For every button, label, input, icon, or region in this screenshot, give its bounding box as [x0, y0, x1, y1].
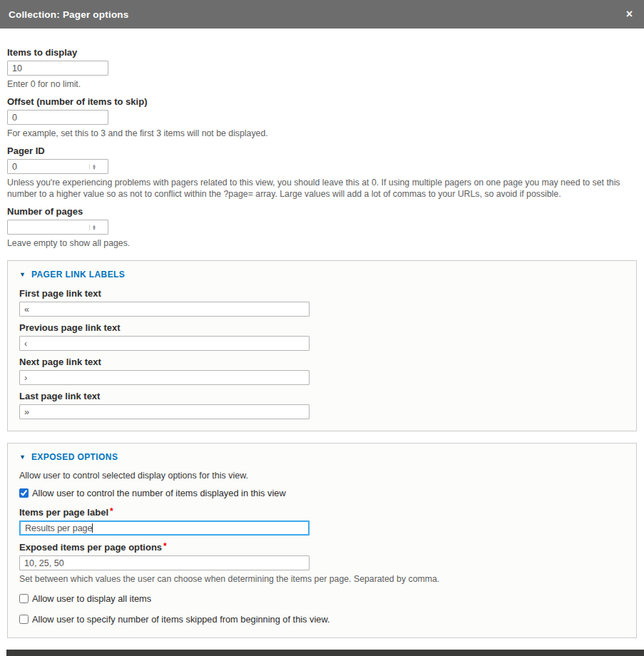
previous-page-link-text-field: Previous page link text — [19, 322, 625, 351]
control-number-of-items-checkbox[interactable] — [19, 488, 29, 498]
number-of-pages-label: Number of pages — [7, 206, 637, 217]
skip-items-checkbox-label: Allow user to specify number of items sk… — [32, 614, 330, 625]
dialog-title: Collection: Pager options — [9, 9, 129, 20]
previous-page-link-text-input[interactable] — [19, 336, 310, 351]
first-page-link-text-field: First page link text — [19, 288, 625, 317]
first-page-link-text-input[interactable] — [19, 302, 310, 317]
previous-page-link-text-label: Previous page link text — [19, 322, 625, 333]
dialog-body: Items to display Enter 0 for no limit. O… — [0, 29, 644, 656]
exposed-options-legend[interactable]: ▼ EXPOSED OPTIONS — [19, 452, 625, 462]
items-per-page-label-input[interactable] — [19, 521, 310, 535]
offset-field: Offset (number of items to skip) For exa… — [7, 96, 637, 139]
last-page-link-text-field: Last page link text — [19, 391, 625, 419]
exposed-items-per-page-options-description: Set between which values the user can ch… — [19, 573, 625, 585]
offset-input[interactable] — [7, 110, 108, 125]
pager-id-field: Pager ID ▲▼ Unless you're experiencing p… — [7, 145, 637, 200]
number-of-pages-field: Number of pages ▲▼ Leave empty to show a… — [7, 206, 637, 249]
display-all-items-checkbox[interactable] — [19, 594, 29, 603]
display-all-items-checkbox-row[interactable]: Allow user to display all items — [19, 593, 625, 604]
items-to-display-description: Enter 0 for no limit. — [7, 78, 635, 90]
exposed-items-per-page-options-input[interactable] — [19, 555, 310, 570]
items-to-display-input[interactable] — [7, 61, 108, 76]
exposed-items-per-page-options-field: Exposed items per page options* Set betw… — [19, 541, 625, 585]
collapse-arrow-icon: ▼ — [19, 453, 26, 461]
offset-description: For example, set this to 3 and the first… — [7, 128, 635, 139]
collapse-arrow-icon: ▼ — [19, 271, 26, 278]
exposed-items-per-page-options-label: Exposed items per page options* — [19, 541, 625, 553]
items-per-page-label-label: Items per page label* — [19, 506, 625, 518]
display-all-items-checkbox-label: Allow user to display all items — [32, 593, 151, 604]
required-marker: * — [110, 506, 113, 516]
first-page-link-text-label: First page link text — [19, 288, 625, 299]
pager-options-dialog: Collection: Pager options × Items to dis… — [0, 0, 644, 656]
items-to-display-field: Items to display Enter 0 for no limit. — [7, 47, 637, 90]
control-number-of-items-checkbox-label: Allow user to control the number of item… — [32, 488, 286, 498]
number-of-pages-description: Leave empty to show all pages. — [7, 237, 635, 249]
skip-items-checkbox-row[interactable]: Allow user to specify number of items sk… — [19, 614, 625, 625]
exposed-options-intro: Allow user to control selected display o… — [19, 471, 625, 481]
exposed-options-legend-text: EXPOSED OPTIONS — [31, 452, 118, 462]
pager-link-labels-legend[interactable]: ▼ PAGER LINK LABELS — [19, 270, 625, 280]
last-page-link-text-input[interactable] — [19, 404, 310, 419]
pager-link-labels-fieldset: ▼ PAGER LINK LABELS First page link text… — [7, 260, 637, 431]
pager-link-labels-legend-text: PAGER LINK LABELS — [31, 270, 125, 280]
page-background-strip — [6, 650, 644, 656]
offset-label: Offset (number of items to skip) — [7, 96, 637, 107]
dialog-header[interactable]: Collection: Pager options × — [0, 0, 644, 29]
text-cursor — [92, 523, 93, 533]
items-per-page-label-field: Items per page label* — [19, 506, 625, 535]
close-icon[interactable]: × — [623, 7, 635, 21]
skip-items-checkbox[interactable] — [19, 615, 29, 624]
exposed-options-fieldset: ▼ EXPOSED OPTIONS Allow user to control … — [7, 443, 637, 638]
number-spinner-icon[interactable]: ▲▼ — [89, 164, 96, 170]
next-page-link-text-field: Next page link text — [19, 357, 625, 385]
required-marker: * — [163, 541, 167, 551]
pager-id-description: Unless you're experiencing problems with… — [7, 177, 635, 200]
number-spinner-icon[interactable]: ▲▼ — [89, 225, 96, 230]
items-to-display-label: Items to display — [7, 47, 637, 58]
next-page-link-text-label: Next page link text — [19, 357, 625, 367]
pager-id-label: Pager ID — [7, 145, 637, 156]
last-page-link-text-label: Last page link text — [19, 391, 625, 401]
next-page-link-text-input[interactable] — [19, 370, 310, 385]
control-number-of-items-checkbox-row[interactable]: Allow user to control the number of item… — [19, 488, 625, 498]
